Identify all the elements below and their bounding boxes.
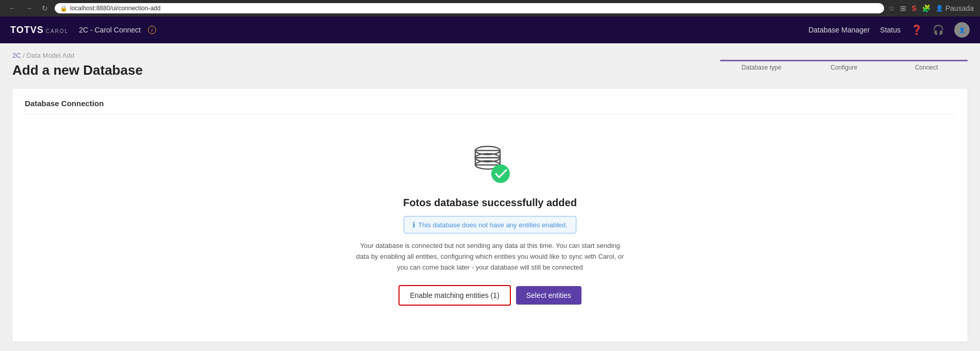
breadcrumb: 2C / Data Model Add xyxy=(12,52,143,59)
lock-icon: 🔒 xyxy=(60,5,68,12)
success-content: Fotos database successfully added ℹ This… xyxy=(25,130,955,321)
breadcrumb-parent[interactable]: 2C xyxy=(12,52,21,59)
url-text: localhost:8880/ui/connection-add xyxy=(70,5,160,12)
info-banner: ℹ This database does not have any entiti… xyxy=(404,216,576,233)
buttons-row: Enable matching entities (1) Select enti… xyxy=(398,285,582,306)
extensions-icon[interactable]: ⊞ xyxy=(900,4,906,12)
profile-s-icon[interactable]: S xyxy=(911,4,916,12)
breadcrumb-current: Data Model Add xyxy=(26,52,74,59)
browser-chrome: ← → ↻ 🔒 localhost:8880/ui/connection-add… xyxy=(0,0,980,16)
step-label-1: Database type xyxy=(741,64,781,71)
step-configure: Configure xyxy=(803,60,885,71)
app-header: TOTVS CAROL 2C - Carol Connect i Databas… xyxy=(0,16,980,43)
logo-area: TOTVS CAROL 2C - Carol Connect i xyxy=(10,25,156,36)
enable-matching-entities-button[interactable]: Enable matching entities (1) xyxy=(398,285,511,306)
headphone-icon[interactable]: 🎧 xyxy=(933,24,944,36)
header-right: Database Manager Status ❓ 🎧 👤 xyxy=(808,22,970,38)
refresh-button[interactable]: ↻ xyxy=(39,3,51,13)
page-content: 2C / Data Model Add Add a new Database D… xyxy=(0,43,980,350)
database-manager-link[interactable]: Database Manager xyxy=(808,26,870,34)
avatar-icon[interactable]: 👤 Pausada xyxy=(936,4,974,12)
step-bar-2 xyxy=(803,60,885,61)
stepper: Database type Configure Connect xyxy=(720,52,968,71)
address-bar[interactable]: 🔒 localhost:8880/ui/connection-add xyxy=(55,3,884,13)
success-title: Fotos database successfully added xyxy=(403,197,577,209)
forward-button[interactable]: → xyxy=(23,3,35,13)
step-bar-3 xyxy=(885,60,968,61)
logo-totvs: TOTVS xyxy=(10,25,44,36)
logo-carol: CAROL xyxy=(46,28,69,34)
back-button[interactable]: ← xyxy=(6,3,19,13)
info-text: Your database is connected but not sendi… xyxy=(356,241,624,273)
select-entities-button[interactable]: Select entities xyxy=(516,286,582,305)
step-bar-1 xyxy=(720,60,803,61)
main-card: Database Connection Fotos database succe… xyxy=(12,89,968,342)
avatar[interactable]: 👤 xyxy=(954,22,970,38)
card-title: Database Connection xyxy=(25,99,955,114)
db-success-icon xyxy=(467,140,513,187)
browser-right-icons: ☆ ⊞ S 🧩 👤 Pausada xyxy=(888,4,974,12)
info-banner-text: This database does not have any entities… xyxy=(418,221,568,229)
step-database-type: Database type xyxy=(720,60,803,71)
extension-icon[interactable]: 🧩 xyxy=(922,4,931,12)
info-icon[interactable]: i xyxy=(148,26,156,34)
step-connect: Connect xyxy=(885,60,968,71)
info-banner-icon: ℹ xyxy=(412,221,415,229)
step-label-2: Configure xyxy=(830,64,857,71)
step-label-3: Connect xyxy=(915,64,938,71)
svg-point-5 xyxy=(491,164,510,183)
app-name: 2C - Carol Connect xyxy=(79,26,141,34)
star-icon[interactable]: ☆ xyxy=(888,4,895,12)
help-icon[interactable]: ❓ xyxy=(911,24,922,36)
page-header-left: 2C / Data Model Add Add a new Database xyxy=(12,52,143,78)
page-header-row: 2C / Data Model Add Add a new Database D… xyxy=(12,52,968,78)
page-title: Add a new Database xyxy=(12,62,143,78)
status-link[interactable]: Status xyxy=(880,26,901,34)
